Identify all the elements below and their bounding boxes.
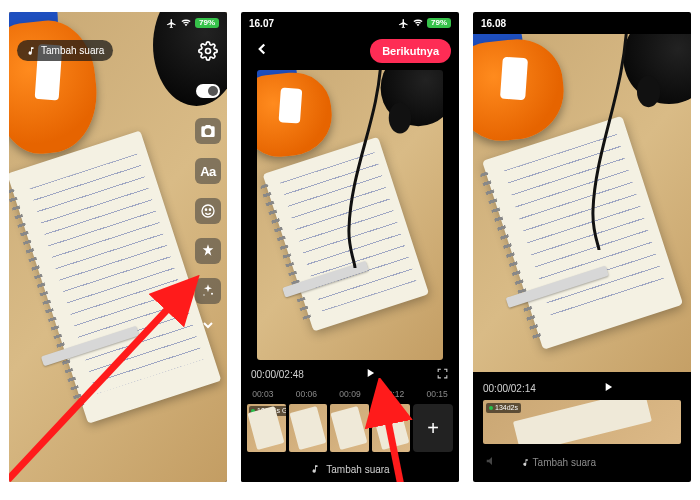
svg-point-2 [208, 86, 218, 96]
chevron-left-icon [253, 40, 271, 58]
add-sound-chip[interactable]: Tambah suara [17, 40, 113, 61]
screenshot-1-record: 79% Tambah suara [9, 12, 227, 482]
clip-thumb[interactable] [289, 404, 328, 452]
status-bar: 16.08 [473, 12, 691, 34]
clip-thumb[interactable]: 106d5s GLK [247, 404, 286, 452]
playback-time-row: 00:00/02:48 [251, 366, 449, 382]
play-button[interactable] [363, 366, 377, 382]
wifi-icon [180, 18, 192, 28]
status-system-icons: 79% [398, 18, 451, 29]
screenshot-3-posting: 16.08 00:00/02:14 134d2s [473, 12, 691, 482]
post-bottom-tabs: Tambah suara [473, 454, 691, 470]
sticker-button[interactable] [195, 198, 221, 224]
flip-camera-icon [200, 123, 216, 139]
status-time: 16.07 [249, 18, 274, 29]
svg-point-6 [211, 293, 213, 295]
tick-label: 00:06 [296, 389, 317, 399]
chevron-down-icon [200, 317, 216, 333]
svg-point-4 [205, 209, 206, 210]
editor-preview[interactable] [257, 70, 443, 360]
clip-thumb[interactable] [330, 404, 369, 452]
plus-icon: + [427, 417, 439, 440]
next-button[interactable]: Berikutnya [370, 39, 451, 63]
play-icon [363, 366, 377, 380]
more-tools-button[interactable] [195, 312, 221, 338]
music-note-icon [310, 464, 320, 474]
side-toolbar: Aa [195, 38, 221, 338]
airplane-icon [166, 18, 177, 29]
hd-toggle-icon [196, 84, 220, 98]
music-note-icon [521, 458, 530, 467]
volume-button[interactable] [485, 454, 499, 470]
svg-point-0 [206, 49, 211, 54]
battery-indicator: 79% [427, 18, 451, 28]
tick-label: 00:15 [427, 389, 448, 399]
svg-point-5 [209, 209, 210, 210]
wifi-icon [412, 18, 424, 28]
status-system-icons: 79% [166, 18, 219, 29]
fullscreen-icon [436, 367, 449, 380]
volume-icon [485, 454, 499, 468]
flip-camera-button[interactable] [195, 118, 221, 144]
clip-thumb[interactable] [372, 404, 411, 452]
sticker-icon [200, 203, 216, 219]
text-icon: Aa [200, 164, 216, 179]
text-tool-button[interactable]: Aa [195, 158, 221, 184]
battery-indicator: 79% [195, 18, 219, 28]
airplane-icon [398, 18, 409, 29]
tick-label: 00:12 [383, 389, 404, 399]
tick-label: 00:09 [339, 389, 360, 399]
elapsed-total-label: 00:00/02:48 [251, 369, 304, 380]
svg-point-3 [202, 205, 214, 217]
clip-timeline[interactable]: 106d5s GLK + [247, 404, 453, 452]
status-bar: 79% [9, 12, 227, 34]
back-button[interactable] [249, 36, 275, 66]
cable-overlay [573, 34, 659, 250]
effects-icon [200, 243, 216, 259]
add-sound-label: Tambah suara [41, 45, 104, 56]
clip-thumb[interactable]: 134d2s [483, 400, 681, 444]
post-preview[interactable] [473, 34, 691, 372]
editor-bottom-bar: Tambah suara [241, 456, 459, 482]
settings-button[interactable] [195, 38, 221, 64]
tick-label: 00:03 [252, 389, 273, 399]
add-clip-button[interactable]: + [413, 404, 453, 452]
status-time: 16.08 [481, 18, 506, 29]
add-sound-tab[interactable]: Tambah suara [521, 457, 596, 468]
svg-point-7 [203, 294, 204, 295]
add-sound-label[interactable]: Tambah suara [326, 464, 389, 475]
timeline-ticks: 00:03 00:06 00:09 00:12 00:15 [241, 386, 459, 402]
sparkle-icon [200, 283, 216, 299]
status-bar: 16.07 79% [241, 12, 459, 34]
fullscreen-button[interactable] [436, 367, 449, 382]
beauty-button[interactable] [195, 278, 221, 304]
screenshot-2-editor: 16.07 79% Berikutnya [241, 12, 459, 482]
effects-button[interactable] [195, 238, 221, 264]
music-note-icon [26, 46, 36, 56]
gear-icon [198, 41, 218, 61]
hd-toggle-button[interactable] [195, 78, 221, 104]
